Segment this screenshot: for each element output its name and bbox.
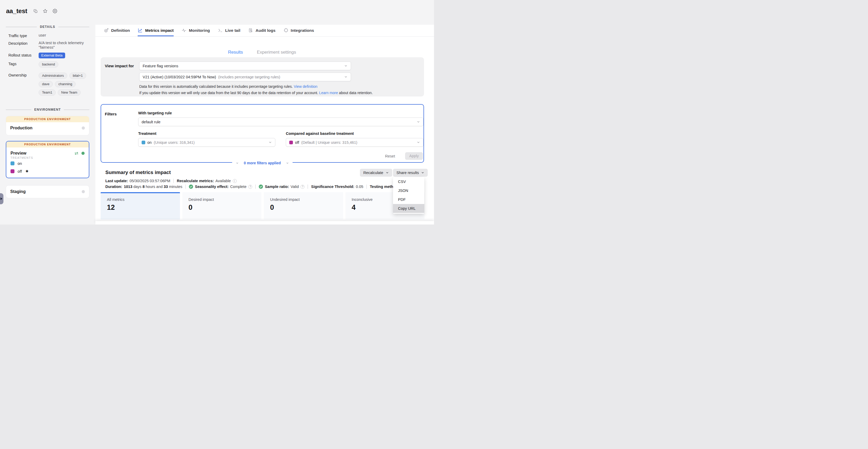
tag-pill[interactable]: backend (39, 61, 58, 67)
dropdown-note: (Includes percentage targeting rules) (218, 75, 280, 79)
question-icon[interactable]: ? (248, 185, 252, 189)
owner-pill[interactable]: New Team (58, 89, 81, 96)
environment-card-preview[interactable]: PRODUCTION ENVIRONMENT Preview TREATMENT… (6, 141, 89, 178)
apply-button[interactable]: Apply (405, 152, 423, 160)
version-dropdown[interactable]: V21 (Active) (10/03/2022 04:59PM To Now)… (139, 72, 351, 81)
learn-more-link[interactable]: Learn more (319, 91, 338, 95)
menu-item-pdf[interactable]: PDF (393, 195, 424, 204)
seasonality-label: Seasonality effect: (195, 184, 228, 189)
menu-item-copy-url[interactable]: Copy URL (393, 204, 424, 213)
treatment-off-swatch (10, 169, 14, 173)
treatment-on-label: on (18, 161, 22, 166)
owner-pill[interactable]: bilal+1 (69, 72, 86, 79)
divider (185, 184, 186, 189)
dropdown-value: default rule (142, 120, 160, 124)
tab-metrics-impact[interactable]: Metrics impact (138, 25, 174, 36)
gear-settings-icon[interactable] (53, 9, 57, 13)
chevron-down-icon (344, 64, 347, 67)
tab-monitoring[interactable]: Monitoring (182, 25, 210, 36)
version-note-line1: Data for this version is automatically c… (139, 84, 317, 89)
rollout-status-label: Rollout status (8, 53, 39, 57)
duration-days-unit: days (133, 184, 142, 189)
card-value: 12 (107, 204, 174, 212)
owner-pill[interactable]: dave (39, 81, 53, 87)
impact-source-dropdown[interactable]: Feature flag versions (139, 61, 351, 70)
dropdown-value: off (295, 140, 299, 145)
treatment-dropdown[interactable]: on (Unique users: 316,341) (138, 138, 275, 147)
more-filters-toggle[interactable]: 0 more filters applied (232, 160, 293, 166)
metric-summary-cards: All metrics 12 Desired impact 0 Undesire… (101, 192, 425, 219)
treatment-on-swatch (10, 161, 14, 166)
status-dot-green (82, 152, 85, 155)
environment-name: Staging (10, 189, 26, 194)
chevron-down-icon (417, 120, 420, 124)
info-icon[interactable]: i (233, 179, 237, 183)
targeting-rule-label: With targeting rule (138, 111, 424, 115)
environment-card-production[interactable]: PRODUCTION ENVIRONMENT Production (6, 116, 89, 136)
owner-pill[interactable]: Team1 (39, 89, 56, 96)
treatment-row-off: off ✱ (6, 167, 89, 178)
recalculate-button[interactable]: Recalculate (360, 169, 392, 177)
rollout-status-badge[interactable]: External Beta (39, 53, 65, 58)
menu-item-json[interactable]: JSON (393, 186, 424, 195)
main-panel: Definition Metrics impact Monitoring Liv… (95, 25, 434, 224)
treatment-on-swatch (142, 141, 145, 144)
card-value: 0 (270, 204, 337, 212)
chevron-down-icon (344, 75, 347, 79)
swap-treatments-icon[interactable] (74, 152, 79, 155)
tab-audit-logs[interactable]: Audit logs (248, 25, 276, 36)
card-label: All metrics (107, 198, 174, 202)
chevron-down-icon (417, 141, 420, 144)
tab-integrations[interactable]: Integrations (283, 25, 314, 36)
question-icon[interactable]: ? (301, 185, 305, 189)
page-title: aa_test (6, 7, 27, 15)
view-impact-section: View impact for Feature flag versions V2… (101, 57, 424, 96)
filters-section: Filters With targeting rule default rule… (101, 104, 424, 163)
card-desired-impact[interactable]: Desired impact 0 (182, 192, 262, 219)
production-environment-banner: PRODUCTION ENVIRONMENT (6, 116, 89, 122)
tab-live-tail[interactable]: Live tail (218, 25, 240, 36)
targeting-rule-dropdown[interactable]: default rule (138, 118, 424, 126)
treatment-off-label: off (18, 169, 22, 174)
treatments-label: TREATMENTS (6, 156, 89, 159)
treatment-off-swatch (289, 141, 293, 144)
production-environment-banner: PRODUCTION ENVIRONMENT (6, 142, 89, 148)
duration-hours: 8 (143, 184, 145, 189)
environment-card-staging[interactable]: Staging (6, 185, 89, 198)
treatment-label: Treatment (138, 131, 275, 136)
baseline-label: Compared against baseline treatment (286, 131, 424, 136)
recalculate-button-label: Recalculate (363, 171, 383, 175)
menu-item-csv[interactable]: CSV (393, 177, 424, 186)
check-circle-icon (259, 184, 263, 189)
card-undesired-impact[interactable]: Undesired impact 0 (264, 192, 343, 219)
divider (255, 184, 256, 189)
pulse-icon (182, 28, 187, 33)
reset-button[interactable]: Reset (385, 154, 395, 158)
last-update-label: Last update: (105, 179, 128, 183)
dropdown-value: V21 (Active) (10/03/2022 04:59PM To Now) (143, 75, 216, 79)
recalculate-metrics-label: Recalculate metrics: (177, 179, 214, 183)
owner-pill[interactable]: Administrators (39, 72, 67, 79)
significance-value: 0.05 (356, 184, 363, 189)
owner-pill[interactable]: channing (55, 81, 76, 87)
line-chart-icon (138, 28, 143, 33)
description-label: Description (8, 41, 39, 46)
share-results-button[interactable]: Share results (393, 169, 428, 177)
sidebar-collapse-handle[interactable] (0, 193, 3, 204)
card-all-metrics[interactable]: All metrics 12 (101, 192, 180, 219)
ownership-label: Ownership (8, 72, 39, 77)
star-favorite-icon[interactable] (43, 9, 48, 13)
tab-definition[interactable]: Definition (104, 25, 130, 36)
view-definition-link[interactable]: View definition (294, 84, 317, 89)
baseline-dropdown[interactable]: off (Default | Unique users: 315,461) (286, 138, 424, 147)
chevron-down-icon (269, 141, 272, 144)
tab-label: Live tail (225, 28, 240, 33)
view-impact-label: View impact for (105, 64, 134, 68)
description-value: A/A test to check telemetry "fairness" (39, 41, 89, 50)
duration-label: Duration: (105, 184, 122, 189)
duration-minutes: 33 (164, 184, 168, 189)
last-update-value: 05/30/2025 03:57:06PM (129, 179, 170, 183)
card-label: Undesired impact (270, 198, 337, 202)
copy-name-icon[interactable] (33, 9, 38, 13)
details-section-header: DETAILS (6, 25, 89, 29)
